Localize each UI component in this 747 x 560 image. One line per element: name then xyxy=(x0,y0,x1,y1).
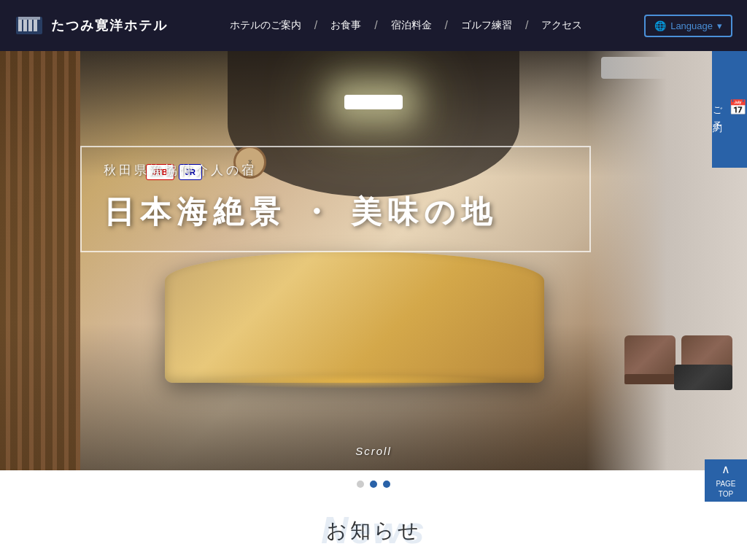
hero-section: JTB JR ⧖ 秋田県漁協仲介人の宿 日本海絶景 ・ 美味の地 Scroll … xyxy=(0,51,747,470)
booking-label: ご予約 xyxy=(710,101,725,118)
news-title: お知らせ News xyxy=(326,517,422,545)
hero-background: JTB JR ⧖ 秋田県漁協仲介人の宿 日本海絶景 ・ 美味の地 Scroll xyxy=(0,51,747,470)
reception-desk xyxy=(165,252,544,383)
ceiling-light xyxy=(344,95,403,109)
dot-2[interactable] xyxy=(370,481,377,488)
logo-area[interactable]: たつみ寛洋ホテル xyxy=(15,11,168,40)
dot-1[interactable] xyxy=(357,481,364,488)
news-section: お知らせ News xyxy=(0,495,747,552)
hero-text-box: 秋田県漁協仲介人の宿 日本海絶景 ・ 美味の地 xyxy=(80,146,591,252)
hero-subtitle: 秋田県漁協仲介人の宿 xyxy=(104,162,568,179)
page-top-label2: TOP xyxy=(719,489,733,499)
news-title-text: お知らせ xyxy=(326,519,422,542)
slider-dots xyxy=(0,470,747,495)
ottoman xyxy=(674,365,732,390)
logo-text: たつみ寛洋ホテル xyxy=(51,17,168,34)
logo-icon xyxy=(15,11,44,40)
nav-golf[interactable]: ゴルフ練習 xyxy=(448,19,525,32)
svg-rect-5 xyxy=(18,17,40,20)
globe-icon: 🌐 xyxy=(654,20,666,31)
language-button[interactable]: 🌐 Language ▾ xyxy=(644,15,732,37)
arrow-up-icon: ∧ xyxy=(721,462,730,478)
hero-main-title: 日本海絶景 ・ 美味の地 xyxy=(104,192,568,233)
svg-rect-2 xyxy=(23,20,27,31)
header: たつみ寛洋ホテル ホテルのご案内 / お食事 / 宿泊料金 / ゴルフ練習 / … xyxy=(0,0,747,51)
dot-3[interactable] xyxy=(383,481,390,488)
nav-access[interactable]: アクセス xyxy=(528,19,595,32)
wood-slats xyxy=(0,51,80,470)
chair-1 xyxy=(624,335,676,376)
nav: ホテルのご案内 / お食事 / 宿泊料金 / ゴルフ練習 / アクセス xyxy=(168,19,644,32)
nav-hotel-info[interactable]: ホテルのご案内 xyxy=(217,19,314,32)
chevron-down-icon: ▾ xyxy=(717,20,722,31)
page-top-button[interactable]: ∧ PAGE TOP xyxy=(705,459,747,502)
booking-button[interactable]: 📅 ご予約 xyxy=(712,51,747,168)
scroll-label: Scroll xyxy=(355,445,392,457)
svg-rect-4 xyxy=(34,20,37,31)
svg-rect-1 xyxy=(18,20,22,31)
page-top-label1: PAGE xyxy=(716,479,735,489)
nav-dining[interactable]: お食事 xyxy=(317,19,374,32)
nav-rates[interactable]: 宿泊料金 xyxy=(378,19,445,32)
svg-rect-3 xyxy=(28,20,32,31)
calendar-icon: 📅 xyxy=(729,96,747,119)
lang-label: Language xyxy=(670,20,713,31)
